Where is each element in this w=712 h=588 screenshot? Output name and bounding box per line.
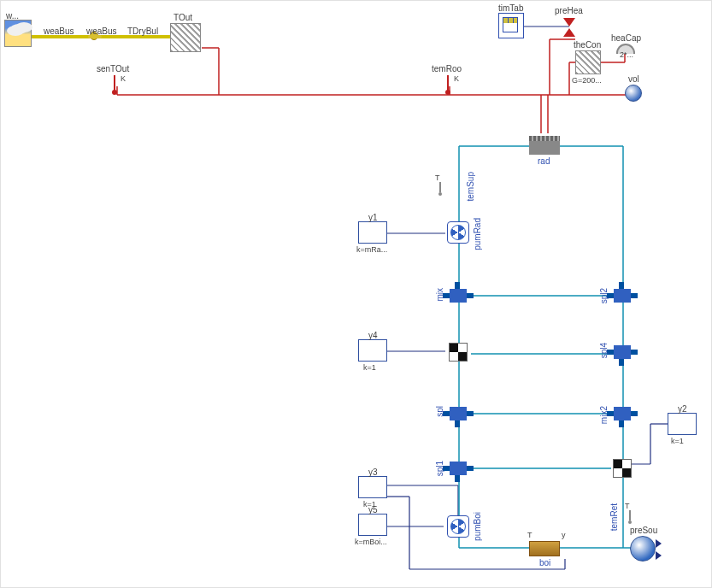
- pump-fan-icon: [450, 225, 466, 240]
- vol-block[interactable]: [625, 85, 642, 102]
- thecon-param: G=200...: [572, 76, 602, 85]
- spl4-label: spl4: [599, 343, 609, 358]
- y5-label: y5: [368, 505, 378, 514]
- weather-input-block[interactable]: [4, 20, 32, 47]
- table-icon: [503, 17, 518, 32]
- weabus-label-2: weaBus: [86, 26, 117, 36]
- pumboi-block[interactable]: [447, 515, 469, 538]
- prehea-label: preHea: [555, 6, 583, 15]
- tout-block[interactable]: [170, 23, 201, 52]
- y3-block[interactable]: [358, 476, 387, 498]
- valve-right-row4[interactable]: [611, 457, 633, 479]
- y4-label: y4: [368, 331, 378, 340]
- temsup-label: temSup: [466, 172, 475, 201]
- weabus-label-1: weaBus: [44, 26, 74, 36]
- y2-block[interactable]: [668, 413, 697, 435]
- spl1-block[interactable]: [445, 457, 471, 479]
- y5-block[interactable]: [358, 514, 387, 536]
- heacap-label: heaCap: [611, 33, 641, 43]
- presou-block[interactable]: [630, 536, 656, 562]
- presou-arrow-icon: [656, 551, 662, 560]
- temroo-label: temRoo: [432, 64, 462, 74]
- temsup-sensor[interactable]: T: [435, 177, 447, 196]
- boi-block[interactable]: [529, 541, 560, 556]
- y1-block[interactable]: [358, 221, 387, 244]
- presou-arrow-icon: [656, 539, 662, 548]
- boi-label: boi: [539, 558, 550, 567]
- thecon-label: theCon: [574, 40, 601, 50]
- presou-label: preSou: [630, 526, 657, 535]
- pumboi-label: pumBoi: [473, 512, 482, 541]
- valve-left-row2[interactable]: [447, 341, 469, 363]
- timtab-block[interactable]: [498, 13, 524, 38]
- cloud-icon: [10, 24, 27, 34]
- tdrybul-label: TDryBul: [127, 26, 158, 36]
- y3-label: y3: [368, 467, 378, 477]
- mix-block[interactable]: [445, 285, 471, 307]
- boi-tlabel: T: [527, 531, 533, 539]
- y4-block[interactable]: [358, 339, 387, 362]
- heacap-param: 2*...: [620, 50, 633, 59]
- temret-label: temRet: [609, 503, 619, 531]
- thecon-block[interactable]: [575, 50, 601, 74]
- rad-label: rad: [538, 156, 550, 166]
- triangle-icon: [563, 18, 575, 26]
- spl1-label: spl1: [435, 461, 444, 476]
- sentout-unit: K: [121, 74, 126, 83]
- y2-label: y2: [678, 404, 687, 414]
- mix2-block[interactable]: [609, 403, 635, 425]
- sentout-sensor[interactable]: K: [110, 73, 127, 95]
- pumrad-label: pumRad: [473, 218, 482, 250]
- pumrad-block[interactable]: [447, 221, 469, 244]
- spl-block[interactable]: [445, 403, 471, 425]
- vol-label: vol: [628, 74, 639, 84]
- temret-sensor[interactable]: T: [625, 505, 637, 524]
- temroo-sensor[interactable]: K: [444, 73, 461, 95]
- spl2-label: spl2: [599, 288, 609, 303]
- triangle-icon: [563, 28, 575, 37]
- thermal-lines: [117, 39, 638, 133]
- y4-param: k=1: [363, 363, 376, 372]
- temroo-unit: K: [454, 74, 459, 83]
- timtab-label: timTab: [498, 3, 523, 13]
- y1-label: y1: [368, 213, 378, 222]
- sentout-label: senTOut: [97, 64, 129, 74]
- tout-label: TOut: [174, 13, 192, 22]
- mix2-label: mix2: [599, 406, 609, 424]
- y1-param: k=mRa...: [356, 245, 387, 254]
- spl-label: spl: [435, 406, 444, 417]
- boi-ylabel: y: [562, 531, 566, 539]
- y5-param: k=mBoi...: [355, 538, 387, 546]
- pump-fan-icon: [450, 519, 466, 534]
- rad-block[interactable]: [529, 136, 560, 155]
- weather-label: w...: [6, 11, 19, 21]
- spl2-block[interactable]: [609, 285, 635, 307]
- y2-param: k=1: [671, 437, 684, 445]
- prehea-block[interactable]: [563, 18, 575, 35]
- mix-label: mix: [435, 288, 444, 302]
- spl4-block[interactable]: [609, 341, 635, 363]
